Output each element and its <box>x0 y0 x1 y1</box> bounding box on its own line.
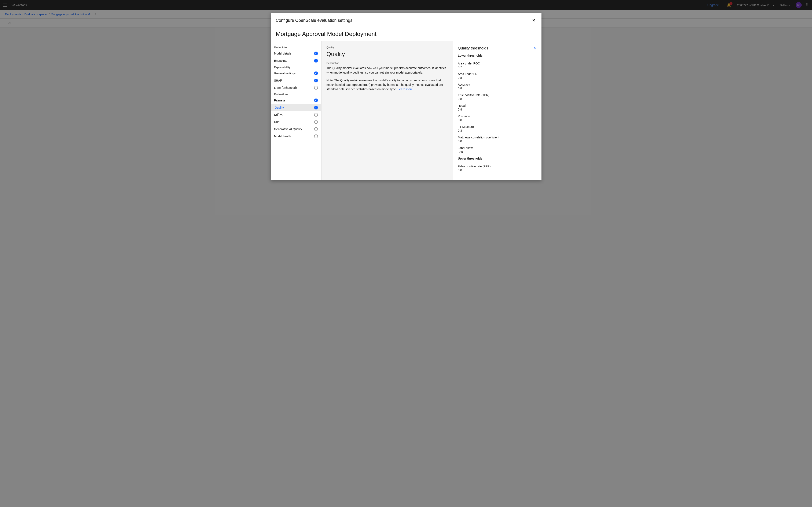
threshold-name: Matthews correlation coefficient <box>458 136 537 139</box>
edit-icon[interactable]: ✎ <box>534 46 537 50</box>
sidebar-item-label: SHAP <box>274 79 282 82</box>
threshold-value: 0.8 <box>458 168 537 172</box>
thresholds-header: Quality thresholds ✎ <box>458 46 537 51</box>
check-empty-icon <box>314 120 318 124</box>
sidebar-item-general-settings[interactable]: General settings <box>271 70 321 77</box>
description-p1: The Quality monitor evaluates how well y… <box>326 66 448 75</box>
sidebar-item-label: Model details <box>274 52 292 55</box>
threshold-name: Precision <box>458 115 537 118</box>
modal-title: Configure OpenScale evaluation settings <box>276 18 352 23</box>
check-filled-icon <box>314 71 318 75</box>
check-empty-icon <box>314 86 318 90</box>
modal-sidebar: Model infoModel detailsEndpointsExplaina… <box>271 41 321 180</box>
threshold-value: 0.8 <box>458 139 537 143</box>
upper-thresholds-label: Upper thresholds <box>458 157 537 162</box>
threshold-item: Area under ROC 0.7 <box>458 62 537 69</box>
check-empty-icon <box>314 134 318 138</box>
sidebar-item-left: Endpoints <box>274 59 287 62</box>
sidebar-item-model-details[interactable]: Model details <box>271 50 321 57</box>
threshold-name: False positive rate (FPR) <box>458 165 537 168</box>
sidebar-section-label: Model info <box>271 44 321 50</box>
threshold-value: 0.8 <box>458 87 537 90</box>
check-filled-icon <box>314 59 318 63</box>
sidebar-item-quality[interactable]: Quality <box>271 104 321 111</box>
check-filled-icon <box>314 106 318 109</box>
threshold-name: Accuracy <box>458 83 537 86</box>
threshold-value: 0.8 <box>458 108 537 111</box>
sidebar-item-shap[interactable]: SHAP <box>271 77 321 84</box>
sidebar-item-label: Drift <box>274 120 280 124</box>
modal-content-area: Quality Quality Description The Quality … <box>321 41 542 180</box>
sidebar-item-label: Generative AI Quality <box>274 127 302 131</box>
description-label: Description <box>326 62 448 65</box>
content-breadcrumb: Quality <box>326 46 448 49</box>
threshold-item: True positive rate (TPR) 0.8 <box>458 94 537 101</box>
threshold-item: False positive rate (FPR) 0.8 <box>458 165 537 172</box>
threshold-item: Label skew -0.5 <box>458 146 537 154</box>
sidebar-item-label: Fairness <box>274 99 286 102</box>
sidebar-item-label: Model health <box>274 134 291 138</box>
sidebar-item-left: Fairness <box>274 99 286 102</box>
threshold-name: Recall <box>458 104 537 107</box>
sidebar-item-drift-v2[interactable]: Drift v2 <box>271 111 321 118</box>
threshold-value: 0.8 <box>458 76 537 79</box>
threshold-name: Area under PR <box>458 72 537 76</box>
threshold-item: Matthews correlation coefficient 0.8 <box>458 136 537 143</box>
content-main: Quality Quality Description The Quality … <box>321 41 453 180</box>
content-heading: Quality <box>326 51 448 57</box>
sidebar-item-left: SHAP <box>274 79 282 82</box>
description-section: Description The Quality monitor evaluate… <box>326 62 448 92</box>
modal-header: Configure OpenScale evaluation settings … <box>271 13 542 27</box>
lower-thresholds-list: Area under ROC 0.7 Area under PR 0.8 Acc… <box>458 62 537 154</box>
check-empty-icon <box>314 113 318 117</box>
sidebar-item-left: Model health <box>274 134 291 138</box>
sidebar-item-generative-ai-quality[interactable]: Generative AI Quality <box>271 125 321 133</box>
modal-overlay: Configure OpenScale evaluation settings … <box>0 0 812 507</box>
check-filled-icon <box>314 78 318 82</box>
threshold-value: 0.8 <box>458 97 537 101</box>
threshold-name: F1-Measure <box>458 125 537 128</box>
upper-thresholds-list: False positive rate (FPR) 0.8 <box>458 165 537 172</box>
thresholds-title: Quality thresholds <box>458 46 489 51</box>
check-empty-icon <box>314 127 318 131</box>
threshold-item: Accuracy 0.8 <box>458 83 537 90</box>
description-p2: Note: The Quality metric measures the mo… <box>326 78 448 92</box>
sidebar-item-left: Drift <box>274 120 280 124</box>
check-filled-icon <box>314 99 318 102</box>
modal-close-button[interactable]: ✕ <box>531 17 537 24</box>
sidebar-item-label: Endpoints <box>274 59 287 62</box>
threshold-name: True positive rate (TPR) <box>458 94 537 97</box>
modal-subtitle: Mortgage Approval Model Deployment <box>276 31 537 38</box>
threshold-value: 0.8 <box>458 129 537 132</box>
threshold-value: 0.7 <box>458 65 537 69</box>
thresholds-panel: Quality thresholds ✎ Lower thresholds Ar… <box>453 41 542 180</box>
sidebar-item-left: Quality <box>275 106 284 109</box>
sidebar-item-label: General settings <box>274 72 296 75</box>
threshold-item: Precision 0.8 <box>458 115 537 122</box>
modal-subtitle-bar: Mortgage Approval Model Deployment <box>271 27 542 41</box>
threshold-value: -0.5 <box>458 150 537 154</box>
check-filled-icon <box>314 52 318 55</box>
threshold-name: Area under ROC <box>458 62 537 65</box>
modal-configure: Configure OpenScale evaluation settings … <box>271 13 542 180</box>
sidebar-item-fairness[interactable]: Fairness <box>271 97 321 104</box>
sidebar-item-label: Drift v2 <box>274 113 284 116</box>
learn-more-link[interactable]: Learn more. <box>398 88 413 91</box>
sidebar-section-label: Explainability <box>271 64 321 70</box>
sidebar-item-drift[interactable]: Drift <box>271 118 321 125</box>
threshold-item: Recall 0.8 <box>458 104 537 111</box>
threshold-value: 0.8 <box>458 118 537 122</box>
sidebar-item-left: Drift v2 <box>274 113 284 116</box>
sidebar-item-left: LIME (enhanced) <box>274 86 297 90</box>
sidebar-item-lime-(enhanced)[interactable]: LIME (enhanced) <box>271 84 321 91</box>
sidebar-item-left: Generative AI Quality <box>274 127 302 131</box>
sidebar-item-label: LIME (enhanced) <box>274 86 297 90</box>
sidebar-section-label: Evaluations <box>271 91 321 97</box>
threshold-item: Area under PR 0.8 <box>458 72 537 79</box>
threshold-name: Label skew <box>458 146 537 150</box>
sidebar-item-label: Quality <box>275 106 284 109</box>
sidebar-item-model-health[interactable]: Model health <box>271 133 321 140</box>
sidebar-item-left: Model details <box>274 52 292 55</box>
modal-body: Model infoModel detailsEndpointsExplaina… <box>271 41 542 180</box>
sidebar-item-endpoints[interactable]: Endpoints <box>271 57 321 64</box>
